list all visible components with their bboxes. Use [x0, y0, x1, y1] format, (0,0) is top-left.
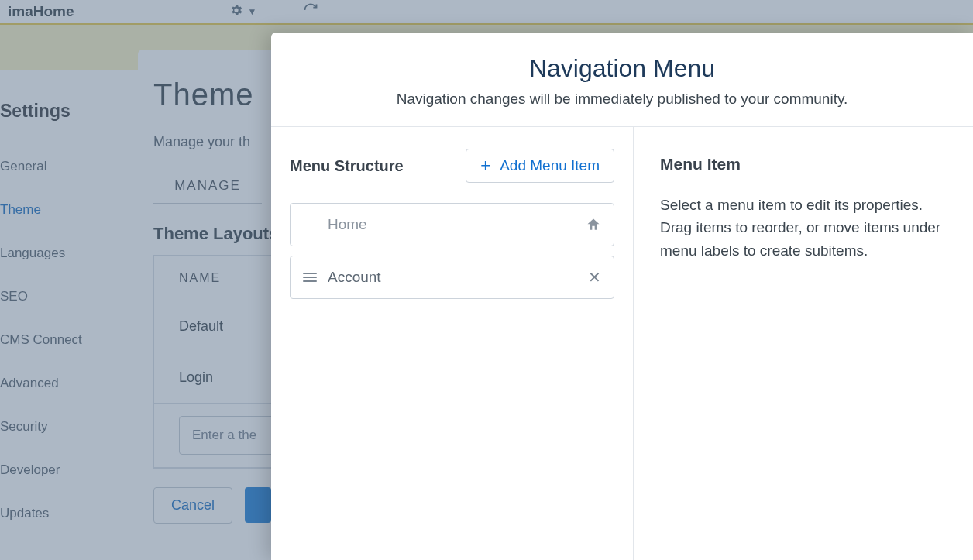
menu-structure-panel: Menu Structure + Add Menu Item Home: [271, 127, 634, 560]
drag-handle-icon[interactable]: [303, 273, 317, 282]
menu-item-detail-panel: Menu Item Select a menu item to edit its…: [634, 127, 973, 560]
add-menu-item-button[interactable]: + Add Menu Item: [466, 149, 614, 183]
menu-structure-label: Menu Structure: [290, 157, 404, 175]
add-menu-item-label: Add Menu Item: [500, 157, 600, 174]
close-icon[interactable]: ✕: [588, 268, 601, 287]
navigation-menu-modal: Navigation Menu Navigation changes will …: [271, 33, 973, 560]
menu-item-home[interactable]: Home: [290, 203, 614, 246]
modal-title: Navigation Menu: [287, 54, 958, 83]
modal-header: Navigation Menu Navigation changes will …: [271, 33, 973, 127]
modal-subtitle: Navigation changes will be immediately p…: [287, 91, 958, 108]
menu-item-account[interactable]: Account ✕: [290, 256, 614, 299]
menu-item-label: Account: [328, 269, 588, 286]
plus-icon: +: [480, 157, 490, 174]
home-icon: [586, 217, 601, 232]
detail-help-text: Select a menu item to edit its propertie…: [660, 194, 947, 262]
detail-title: Menu Item: [660, 155, 947, 173]
menu-item-label: Home: [328, 216, 586, 233]
